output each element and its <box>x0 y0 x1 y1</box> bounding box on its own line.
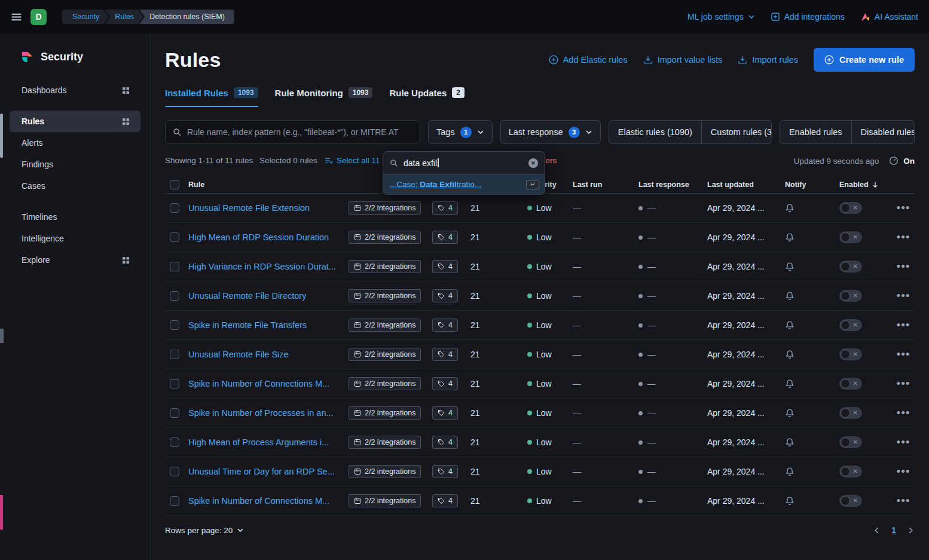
previous-page-icon[interactable] <box>873 527 881 534</box>
enabled-toggle[interactable]: ✕ <box>839 466 862 478</box>
breadcrumb-security[interactable]: Security <box>62 10 109 24</box>
tags-badge[interactable]: 4 <box>432 465 458 478</box>
sidebar-item-alerts[interactable]: Alerts <box>10 132 140 154</box>
row-actions-button[interactable]: ••• <box>887 406 915 420</box>
integrations-badge[interactable]: 2/2 integrations <box>349 260 421 273</box>
enabled-toggle[interactable]: ✕ <box>839 231 862 243</box>
row-actions-button[interactable]: ••• <box>887 377 915 390</box>
rule-name-link[interactable]: High Mean of Process Arguments i... <box>188 437 329 447</box>
tags-badge[interactable]: 4 <box>432 494 458 507</box>
custom-rules-filter-button[interactable]: Custom rules (3) <box>701 121 772 143</box>
row-actions-button[interactable]: ••• <box>887 494 915 507</box>
tab-installed-rules[interactable]: Installed Rules 1093 <box>165 87 258 107</box>
next-page-icon[interactable] <box>907 527 915 534</box>
row-actions-button[interactable]: ••• <box>887 465 915 478</box>
row-actions-button[interactable]: ••• <box>887 436 915 449</box>
create-new-rule-button[interactable]: Create new rule <box>814 48 915 72</box>
sidebar-item-timelines[interactable]: Timelines <box>10 206 140 228</box>
last-response-filter-button[interactable]: Last response 3 <box>500 120 601 144</box>
enabled-toggle[interactable]: ✕ <box>839 261 862 273</box>
enabled-toggle[interactable]: ✕ <box>839 290 862 302</box>
sidebar-item-findings[interactable]: Findings <box>10 154 140 175</box>
row-checkbox[interactable] <box>170 291 179 301</box>
deployment-logo[interactable]: D <box>30 9 47 25</box>
rule-name-link[interactable]: Unusual Remote File Directory <box>188 291 306 301</box>
select-all-checkbox[interactable] <box>170 180 179 189</box>
tags-badge[interactable]: 4 <box>432 377 458 390</box>
sidebar-item-rules[interactable]: Rules <box>10 111 140 132</box>
rule-name-link[interactable]: Spike in Number of Processes in an... <box>188 408 334 418</box>
column-header-enabled[interactable]: Enabled <box>833 180 887 189</box>
row-actions-button[interactable]: ••• <box>887 319 915 332</box>
row-checkbox[interactable] <box>170 496 179 506</box>
scrollbar-thumb[interactable] <box>0 114 3 158</box>
bell-icon[interactable] <box>785 350 794 359</box>
page-number-1[interactable]: 1 <box>891 525 896 535</box>
bell-icon[interactable] <box>785 467 794 476</box>
rows-per-page-button[interactable]: Rows per page: 20 <box>165 526 244 535</box>
bell-icon[interactable] <box>785 232 794 242</box>
row-checkbox[interactable] <box>170 467 179 476</box>
add-integrations-button[interactable]: Add integrations <box>771 12 845 22</box>
menu-icon[interactable] <box>11 11 22 23</box>
row-checkbox[interactable] <box>170 379 179 388</box>
bell-icon[interactable] <box>785 437 794 447</box>
rule-search-input[interactable] <box>187 127 412 137</box>
bell-icon[interactable] <box>785 496 794 506</box>
clear-search-icon[interactable]: ✕ <box>528 158 538 168</box>
integrations-badge[interactable]: 2/2 integrations <box>349 201 421 215</box>
row-checkbox[interactable] <box>170 320 179 330</box>
sidebar-item-intelligence[interactable]: Intelligence <box>10 228 140 249</box>
integrations-badge[interactable]: 2/2 integrations <box>349 231 421 244</box>
bell-icon[interactable] <box>785 262 794 271</box>
bell-icon[interactable] <box>785 203 794 213</box>
disabled-rules-filter-button[interactable]: Disabled rules <box>851 121 915 143</box>
tags-badge[interactable]: 4 <box>432 231 458 244</box>
tab-rule-monitoring[interactable]: Rule Monitoring 1093 <box>275 87 373 107</box>
integrations-badge[interactable]: 2/2 integrations <box>349 406 421 420</box>
row-actions-button[interactable]: ••• <box>887 231 915 244</box>
column-header-last-run[interactable]: Last run <box>568 180 634 189</box>
rule-name-link[interactable]: Spike in Number of Connections M... <box>188 496 329 506</box>
tags-filter-button[interactable]: Tags 1 <box>428 120 493 144</box>
row-checkbox[interactable] <box>170 350 179 359</box>
tab-rule-updates[interactable]: Rule Updates 2 <box>389 87 464 107</box>
column-header-last-updated[interactable]: Last updated <box>702 180 777 189</box>
bell-icon[interactable] <box>785 379 794 388</box>
sidebar-item-explore[interactable]: Explore <box>10 249 140 271</box>
enabled-toggle[interactable]: ✕ <box>839 202 862 214</box>
bell-icon[interactable] <box>785 408 794 418</box>
popup-search-input[interactable]: data exfil <box>404 158 523 168</box>
sidebar-item-cases[interactable]: Cases <box>10 175 140 197</box>
tags-badge[interactable]: 4 <box>432 348 458 361</box>
integrations-badge[interactable]: 2/2 integrations <box>349 319 421 332</box>
rule-name-link[interactable]: Unusual Remote File Size <box>188 350 289 359</box>
integrations-badge[interactable]: 2/2 integrations <box>349 289 421 302</box>
row-actions-button[interactable]: ••• <box>887 289 915 302</box>
add-elastic-rules-button[interactable]: Add Elastic rules <box>549 55 628 65</box>
row-actions-button[interactable]: ••• <box>887 260 915 273</box>
enabled-rules-filter-button[interactable]: Enabled rules <box>780 121 851 143</box>
row-checkbox[interactable] <box>170 203 179 213</box>
row-checkbox[interactable] <box>170 437 179 447</box>
integrations-badge[interactable]: 2/2 integrations <box>349 494 421 507</box>
integrations-badge[interactable]: 2/2 integrations <box>349 436 421 449</box>
enabled-toggle[interactable]: ✕ <box>839 319 862 331</box>
integrations-badge[interactable]: 2/2 integrations <box>349 348 421 361</box>
enabled-toggle[interactable]: ✕ <box>839 436 862 448</box>
integrations-badge[interactable]: 2/2 integrations <box>349 465 421 478</box>
sidebar-item-dashboards[interactable]: Dashboards <box>10 79 140 101</box>
import-rules-button[interactable]: Import rules <box>738 55 798 65</box>
bell-icon[interactable] <box>785 291 794 301</box>
tags-badge[interactable]: 4 <box>432 260 458 273</box>
enabled-toggle[interactable]: ✕ <box>839 495 862 507</box>
rule-name-link[interactable]: High Mean of RDP Session Duration <box>188 232 329 242</box>
search-suggestion-item[interactable]: ...Case: Data Exfiltratio... ↵ <box>383 175 545 194</box>
tags-badge[interactable]: 4 <box>432 319 458 332</box>
ml-job-settings-button[interactable]: ML job settings <box>687 12 755 22</box>
rule-name-link[interactable]: Spike in Number of Connections M... <box>188 379 329 388</box>
row-actions-button[interactable]: ••• <box>887 201 915 215</box>
tags-badge[interactable]: 4 <box>432 406 458 420</box>
bell-icon[interactable] <box>785 320 794 330</box>
row-checkbox[interactable] <box>170 408 179 418</box>
